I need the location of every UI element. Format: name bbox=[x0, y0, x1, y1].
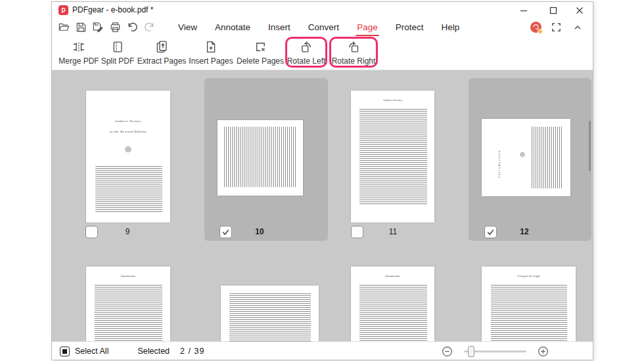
select-all-checkbox[interactable] bbox=[60, 347, 70, 356]
tab-annotate[interactable]: Annotate bbox=[215, 22, 250, 32]
page-13-header: Introduction bbox=[86, 274, 170, 278]
page-13-text-lines bbox=[95, 285, 163, 341]
page-10-number: 10 bbox=[240, 227, 279, 236]
tab-insert[interactable]: Insert bbox=[268, 22, 290, 32]
merge-pdf-button[interactable]: Merge PDF bbox=[58, 40, 99, 66]
extract-pages-label: Extract Pages bbox=[137, 56, 187, 66]
flower-ornament-icon bbox=[125, 146, 132, 153]
save-as-icon[interactable] bbox=[92, 21, 104, 33]
check-icon bbox=[221, 228, 230, 236]
page-15-header: Introduction bbox=[351, 274, 434, 278]
page-9-checkbox[interactable] bbox=[85, 226, 98, 238]
delete-pages-button[interactable]: Delete Pages bbox=[237, 40, 284, 66]
page-12-number: 12 bbox=[505, 227, 544, 236]
insert-pages-icon bbox=[189, 40, 233, 54]
screenshot-root: PDFgear - e-book.pdf * bbox=[0, 0, 644, 361]
insert-pages-button[interactable]: Insert Pages bbox=[189, 40, 233, 66]
page-10-text-lines bbox=[224, 127, 297, 187]
minimize-icon bbox=[520, 7, 528, 14]
merge-pdf-label: Merge PDF bbox=[58, 56, 99, 66]
page-12-vertical-title: Introduction bbox=[497, 140, 501, 178]
select-all-label: Select All bbox=[75, 347, 108, 356]
menu-tabs: View Annotate Insert Convert Page Protec… bbox=[178, 18, 477, 36]
page-11-text-lines bbox=[359, 109, 427, 205]
tab-page[interactable]: Page bbox=[357, 22, 378, 32]
selected-count: 2 / 39 bbox=[180, 347, 204, 356]
delete-pages-label: Delete Pages bbox=[237, 56, 284, 66]
page-9-text-lines bbox=[95, 166, 162, 213]
page-thumbnail-11[interactable]: Author's Preface bbox=[351, 91, 434, 223]
vertical-scrollbar-thumb[interactable] bbox=[589, 121, 591, 171]
page-9-heading-line1: Author's Preface bbox=[86, 119, 170, 123]
page-thumbnail-12[interactable]: Introduction bbox=[482, 119, 570, 196]
collapse-toolbar-chevron-icon[interactable] bbox=[571, 21, 584, 33]
quick-access-toolbar bbox=[58, 21, 156, 33]
status-bar: Select All Selected 2 / 39 bbox=[52, 341, 593, 360]
rotate-right-label: Rotate Right bbox=[332, 56, 376, 66]
page-11-header: Author's Preface bbox=[351, 98, 434, 102]
zoom-slider[interactable] bbox=[464, 350, 526, 352]
app-window: PDFgear - e-book.pdf * bbox=[51, 1, 593, 360]
page-15-text-lines bbox=[359, 285, 427, 341]
menu-right-icons bbox=[530, 18, 584, 36]
open-file-icon[interactable] bbox=[58, 21, 70, 33]
rotate-right-icon bbox=[332, 40, 376, 54]
extract-pages-icon bbox=[137, 40, 187, 54]
page-11-number: 11 bbox=[373, 227, 413, 236]
tab-protect[interactable]: Protect bbox=[396, 22, 424, 32]
tab-view[interactable]: View bbox=[178, 22, 197, 32]
save-icon[interactable] bbox=[75, 21, 87, 33]
minimize-button[interactable] bbox=[514, 2, 534, 18]
tab-help[interactable]: Help bbox=[441, 22, 459, 32]
thumbnail-grid: Author's Preface to the Revised Edition … bbox=[52, 70, 593, 341]
undo-icon[interactable] bbox=[126, 21, 139, 33]
page-10-checkbox[interactable] bbox=[219, 226, 232, 238]
rotate-left-icon bbox=[287, 40, 326, 54]
zoom-slider-handle[interactable] bbox=[468, 346, 474, 357]
split-pdf-button[interactable]: Split PDF bbox=[101, 40, 135, 66]
titlebar: PDFgear - e-book.pdf * bbox=[52, 2, 593, 18]
page-9-number: 9 bbox=[108, 227, 147, 236]
merge-pdf-icon bbox=[58, 40, 99, 54]
page-16-header: Living in the Light bbox=[482, 274, 576, 278]
zoom-in-button[interactable] bbox=[537, 345, 549, 358]
maximize-button[interactable] bbox=[543, 2, 563, 18]
page-tools-toolbar: Merge PDF Split PDF Extract Pages Insert… bbox=[52, 36, 593, 70]
page-16-text-lines bbox=[491, 285, 567, 341]
check-icon bbox=[486, 228, 495, 236]
page-12-text-lines bbox=[532, 127, 563, 188]
page-9-heading-line2: to the Revised Edition bbox=[86, 130, 170, 133]
print-icon[interactable] bbox=[109, 21, 122, 33]
rotate-left-label: Rotate Left bbox=[287, 56, 326, 66]
page-thumbnail-15[interactable]: Introduction bbox=[351, 266, 434, 341]
extract-pages-button[interactable]: Extract Pages bbox=[137, 40, 187, 66]
rotate-right-button[interactable]: Rotate Right bbox=[332, 40, 376, 66]
page-thumbnail-16[interactable]: Living in the Light bbox=[482, 266, 576, 341]
selected-label: Selected bbox=[137, 347, 170, 356]
page-thumbnail-9[interactable]: Author's Preface to the Revised Edition bbox=[86, 91, 170, 223]
close-icon bbox=[576, 7, 584, 14]
pdfgear-logo-icon bbox=[58, 5, 68, 15]
page-thumbnail-13[interactable]: Introduction bbox=[86, 266, 170, 341]
indeterminate-mark-icon bbox=[62, 349, 67, 354]
avatar-badge-icon bbox=[538, 29, 543, 34]
rotate-left-button[interactable]: Rotate Left bbox=[287, 40, 326, 66]
split-pdf-icon bbox=[101, 40, 135, 54]
page-11-checkbox[interactable] bbox=[351, 226, 363, 238]
user-avatar[interactable] bbox=[530, 22, 541, 33]
menu-row: View Annotate Insert Convert Page Protec… bbox=[52, 18, 593, 36]
redo-icon[interactable] bbox=[143, 21, 156, 33]
tab-convert[interactable]: Convert bbox=[308, 22, 339, 32]
page-12-checkbox[interactable] bbox=[484, 226, 497, 238]
insert-pages-label: Insert Pages bbox=[189, 56, 233, 66]
delete-pages-icon bbox=[237, 40, 284, 54]
page-thumbnail-10[interactable] bbox=[218, 120, 303, 196]
window-title: PDFgear - e-book.pdf * bbox=[72, 5, 153, 14]
zoom-out-button[interactable] bbox=[441, 345, 453, 358]
zoom-controls bbox=[441, 345, 549, 358]
close-button[interactable] bbox=[570, 2, 589, 18]
split-pdf-label: Split PDF bbox=[101, 56, 135, 66]
page-thumbnail-14[interactable] bbox=[221, 286, 319, 341]
fullscreen-icon[interactable] bbox=[550, 21, 563, 33]
maximize-icon bbox=[549, 7, 557, 14]
